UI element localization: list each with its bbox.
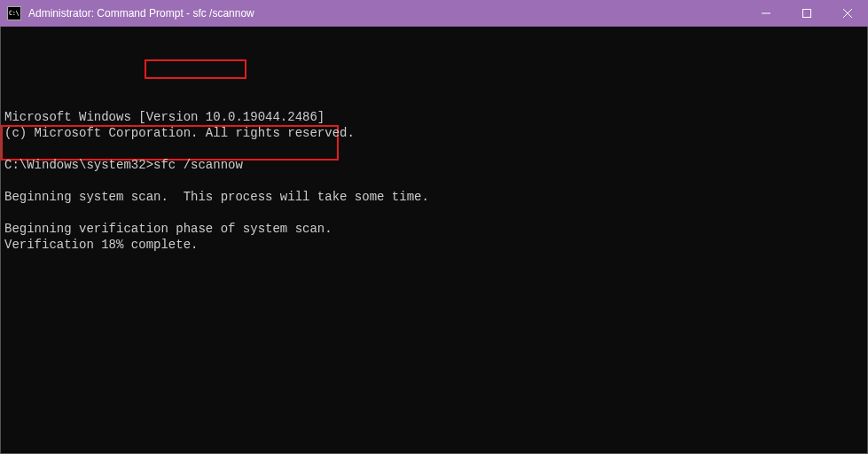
prompt-path: C:\Windows\system32> bbox=[4, 158, 153, 172]
close-button[interactable] bbox=[827, 0, 868, 27]
output-line: Microsoft Windows [Version 10.0.19044.24… bbox=[4, 110, 325, 124]
minimize-button[interactable] bbox=[746, 0, 786, 27]
prompt-line: C:\Windows\system32>sfc /scannow bbox=[4, 158, 243, 172]
terminal-area[interactable]: Microsoft Windows [Version 10.0.19044.24… bbox=[0, 27, 868, 454]
maximize-button[interactable] bbox=[786, 0, 827, 27]
cmd-icon: C:\ bbox=[7, 6, 21, 20]
window-title: Administrator: Command Prompt - sfc /sca… bbox=[28, 7, 746, 20]
output-line: (c) Microsoft Corporation. All rights re… bbox=[4, 126, 355, 140]
svg-rect-1 bbox=[803, 10, 811, 18]
titlebar[interactable]: C:\ Administrator: Command Prompt - sfc … bbox=[0, 0, 868, 27]
command-prompt-window: C:\ Administrator: Command Prompt - sfc … bbox=[0, 0, 868, 454]
output-line: Verification 18% complete. bbox=[4, 238, 198, 252]
output-line: Beginning verification phase of system s… bbox=[4, 222, 332, 236]
highlight-command bbox=[145, 59, 246, 79]
output-line: Beginning system scan. This process will… bbox=[4, 190, 429, 204]
window-controls bbox=[746, 0, 868, 27]
entered-command: sfc /scannow bbox=[153, 158, 243, 172]
